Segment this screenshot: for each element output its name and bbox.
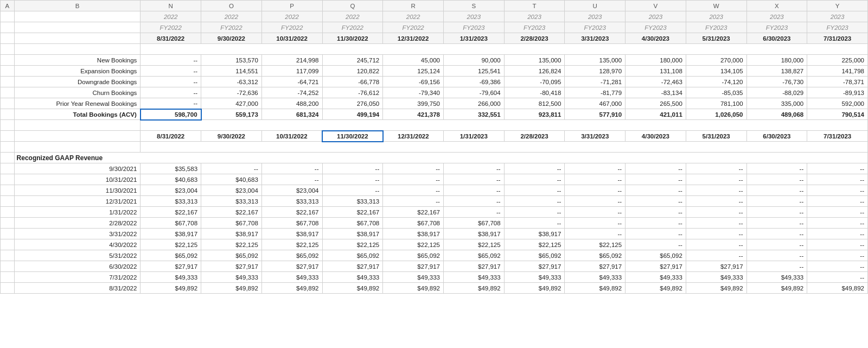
gaap-U-5[interactable]: --	[565, 218, 626, 229]
date2-X[interactable]: 6/30/2023	[746, 131, 807, 142]
gaap-X-2[interactable]: --	[746, 185, 807, 196]
gaap-S-10[interactable]: $49,333	[443, 272, 504, 283]
downgrade-bookings-R[interactable]: -69,156	[383, 77, 444, 87]
gaap-U-7[interactable]: $22,125	[565, 239, 626, 250]
date-W[interactable]: 5/31/2023	[686, 33, 746, 44]
gaap-X-3[interactable]: --	[746, 196, 807, 207]
col-O-header[interactable]: O	[201, 1, 262, 11]
prior-year-renewal-X[interactable]: 335,000	[746, 98, 807, 109]
total-bookings-N[interactable]: 598,700	[141, 109, 201, 120]
expansion-bookings-X[interactable]: 138,827	[746, 66, 807, 77]
expansion-bookings-T[interactable]: 126,824	[504, 66, 565, 77]
gaap-O-6[interactable]: $38,917	[201, 229, 262, 239]
gaap-label-4[interactable]: 1/31/2022	[14, 207, 141, 218]
expansion-bookings-U[interactable]: 128,970	[565, 66, 626, 77]
downgrade-bookings-T[interactable]: -70,095	[504, 77, 565, 87]
gaap-V-9[interactable]: $27,917	[626, 261, 686, 272]
gaap-X-9[interactable]: --	[746, 261, 807, 272]
gaap-N-1[interactable]: $40,683	[141, 174, 201, 185]
gaap-N-2[interactable]: $23,004	[141, 185, 201, 196]
gaap-P-8[interactable]: $65,092	[261, 250, 322, 261]
churn-bookings-Q[interactable]: -76,612	[322, 87, 383, 98]
gaap-Y-10[interactable]: --	[807, 272, 868, 283]
churn-bookings-V[interactable]: -83,134	[626, 87, 686, 98]
gaap-Q-9[interactable]: $27,917	[322, 261, 383, 272]
gaap-S-4[interactable]: --	[443, 207, 504, 218]
date2-Q-selected[interactable]: 11/30/2022	[322, 131, 383, 142]
gaap-T-9[interactable]: $27,917	[504, 261, 565, 272]
downgrade-bookings-U[interactable]: -71,281	[565, 77, 626, 87]
date2-N[interactable]: 8/31/2022	[141, 131, 201, 142]
gaap-Y-8[interactable]: --	[807, 250, 868, 261]
date-X[interactable]: 6/30/2023	[746, 33, 807, 44]
gaap-V-6[interactable]: --	[626, 229, 686, 239]
gaap-R-8[interactable]: $65,092	[383, 250, 444, 261]
col-S-header[interactable]: S	[443, 1, 504, 11]
date-O[interactable]: 9/30/2022	[201, 33, 262, 44]
gaap-U-3[interactable]: --	[565, 196, 626, 207]
prior-year-renewal-V[interactable]: 265,500	[626, 98, 686, 109]
gaap-V-8[interactable]: $65,092	[626, 250, 686, 261]
churn-bookings-R[interactable]: -79,340	[383, 87, 444, 98]
gaap-P-5[interactable]: $67,708	[261, 218, 322, 229]
gaap-Y-2[interactable]: --	[807, 185, 868, 196]
new-bookings-Y[interactable]: 225,000	[807, 55, 868, 66]
gaap-N-0[interactable]: $35,583	[141, 163, 201, 174]
gaap-V-4[interactable]: --	[626, 207, 686, 218]
col-W-header[interactable]: W	[686, 1, 746, 11]
gaap-N-4[interactable]: $22,167	[141, 207, 201, 218]
gaap-Q-0[interactable]: --	[322, 163, 383, 174]
gaap-O-1[interactable]: $40,683	[201, 174, 262, 185]
gaap-label-9[interactable]: 6/30/2022	[14, 261, 141, 272]
downgrade-bookings-Y[interactable]: -78,371	[807, 77, 868, 87]
gaap-U-11[interactable]: $49,892	[565, 283, 626, 294]
gaap-Y-9[interactable]: --	[807, 261, 868, 272]
gaap-N-10[interactable]: $49,333	[141, 272, 201, 283]
gaap-X-5[interactable]: --	[746, 218, 807, 229]
col-A-header[interactable]: A	[1, 1, 15, 11]
date2-V[interactable]: 4/30/2023	[626, 131, 686, 142]
gaap-T-11[interactable]: $49,892	[504, 283, 565, 294]
gaap-R-6[interactable]: $38,917	[383, 229, 444, 239]
gaap-label-5[interactable]: 2/28/2022	[14, 218, 141, 229]
gaap-R-9[interactable]: $27,917	[383, 261, 444, 272]
gaap-Q-3[interactable]: $33,313	[322, 196, 383, 207]
col-letter-row[interactable]: A B N O P Q R S T U V W X Y	[1, 1, 868, 11]
gaap-R-1[interactable]: --	[383, 174, 444, 185]
gaap-N-11[interactable]: $49,892	[141, 283, 201, 294]
total-bookings-U[interactable]: 577,910	[565, 109, 626, 120]
gaap-P-3[interactable]: $33,313	[261, 196, 322, 207]
gaap-S-0[interactable]: --	[443, 163, 504, 174]
gaap-label-10[interactable]: 7/31/2022	[14, 272, 141, 283]
gaap-S-2[interactable]: --	[443, 185, 504, 196]
gaap-T-8[interactable]: $65,092	[504, 250, 565, 261]
churn-bookings-Y[interactable]: -89,913	[807, 87, 868, 98]
gaap-P-11[interactable]: $49,892	[261, 283, 322, 294]
gaap-U-0[interactable]: --	[565, 163, 626, 174]
gaap-T-0[interactable]: --	[504, 163, 565, 174]
gaap-X-7[interactable]: --	[746, 239, 807, 250]
gaap-Y-1[interactable]: --	[807, 174, 868, 185]
gaap-N-6[interactable]: $38,917	[141, 229, 201, 239]
total-bookings-T[interactable]: 923,811	[504, 109, 565, 120]
gaap-P-9[interactable]: $27,917	[261, 261, 322, 272]
gaap-S-1[interactable]: --	[443, 174, 504, 185]
date2-W[interactable]: 5/31/2023	[686, 131, 746, 142]
downgrade-bookings-N[interactable]: --	[141, 77, 201, 87]
date-R[interactable]: 12/31/2022	[383, 33, 444, 44]
col-X-header[interactable]: X	[746, 1, 807, 11]
gaap-O-10[interactable]: $49,333	[201, 272, 262, 283]
total-bookings-P[interactable]: 681,324	[261, 109, 322, 120]
gaap-R-11[interactable]: $49,892	[383, 283, 444, 294]
total-bookings-O[interactable]: 559,173	[201, 109, 262, 120]
gaap-X-1[interactable]: --	[746, 174, 807, 185]
gaap-W-0[interactable]: --	[686, 163, 746, 174]
gaap-V-0[interactable]: --	[626, 163, 686, 174]
gaap-O-7[interactable]: $22,125	[201, 239, 262, 250]
gaap-O-5[interactable]: $67,708	[201, 218, 262, 229]
date2-U[interactable]: 3/31/2023	[565, 131, 626, 142]
total-bookings-W[interactable]: 1,026,050	[686, 109, 746, 120]
gaap-P-2[interactable]: $23,004	[261, 185, 322, 196]
gaap-W-10[interactable]: $49,333	[686, 272, 746, 283]
gaap-Y-3[interactable]: --	[807, 196, 868, 207]
